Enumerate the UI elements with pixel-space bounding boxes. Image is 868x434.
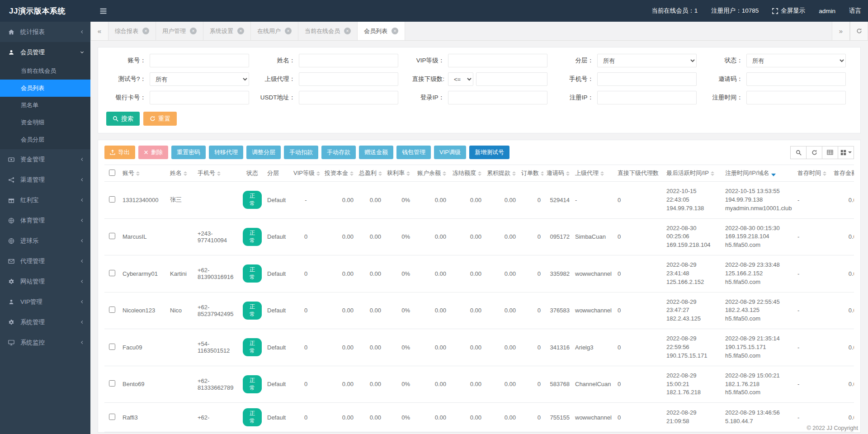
sidebar-item-site-management[interactable]: 网站管理 bbox=[0, 271, 90, 292]
test-account-select[interactable]: 所有 bbox=[150, 72, 249, 86]
column-header[interactable]: 冻结额度 bbox=[449, 165, 484, 182]
tabs-scroll-left-button[interactable]: « bbox=[90, 22, 108, 40]
sort-icon[interactable] bbox=[711, 171, 714, 176]
reset-button[interactable]: 重置 bbox=[143, 112, 177, 126]
row-checkbox[interactable] bbox=[109, 380, 115, 387]
row-checkbox[interactable] bbox=[109, 270, 115, 276]
vip-level-input[interactable] bbox=[448, 54, 547, 67]
tab-close-icon[interactable]: × bbox=[285, 28, 292, 34]
transfer-agent-button[interactable]: 转移代理 bbox=[209, 146, 243, 159]
export-button[interactable]: 导出 bbox=[104, 146, 135, 159]
tab-system-settings[interactable]: 系统设置× bbox=[203, 22, 251, 40]
sidebar-item-agent-management[interactable]: 代理管理 bbox=[0, 251, 90, 271]
column-header[interactable]: 投资本金 bbox=[321, 165, 356, 182]
sidebar-item-stats-report[interactable]: 统计报表 bbox=[0, 22, 90, 42]
tab-online-users[interactable]: 在线用户× bbox=[251, 22, 298, 40]
phone-input[interactable] bbox=[597, 72, 697, 86]
sort-icon[interactable] bbox=[478, 171, 481, 176]
account-input[interactable] bbox=[150, 54, 249, 67]
sidebar-item-sports-management[interactable]: 体育管理 bbox=[0, 210, 90, 231]
delete-button[interactable]: 删除 bbox=[138, 146, 168, 159]
column-header[interactable]: 最后活跃时间/IP bbox=[664, 165, 722, 182]
sort-icon[interactable] bbox=[823, 171, 826, 176]
usdt-address-input[interactable] bbox=[299, 91, 398, 104]
column-header[interactable]: 首存金额 bbox=[831, 165, 854, 182]
table-view-button[interactable] bbox=[822, 146, 838, 159]
column-header[interactable]: 首存时间 bbox=[795, 165, 831, 182]
tab-member-list[interactable]: 会员列表× bbox=[358, 22, 405, 40]
sidebar-item-member-management[interactable]: 会员管理 bbox=[0, 42, 90, 62]
tab-close-icon[interactable]: × bbox=[190, 28, 197, 34]
sort-icon[interactable] bbox=[184, 171, 187, 176]
column-header[interactable]: 总盈利 bbox=[356, 165, 384, 182]
vip-adjust-button[interactable]: VIP调级 bbox=[434, 146, 466, 159]
column-header[interactable]: 订单数 bbox=[519, 165, 543, 182]
sort-icon[interactable] bbox=[512, 171, 516, 176]
sidebar-item-system-management[interactable]: 系统管理 bbox=[0, 312, 90, 332]
cell-account[interactable]: Facu09 bbox=[120, 329, 167, 366]
select-all-checkbox[interactable] bbox=[109, 170, 115, 176]
search-button[interactable]: 搜索 bbox=[106, 112, 140, 126]
cell-account[interactable]: 13312340000 bbox=[120, 182, 167, 219]
tab-close-icon[interactable]: × bbox=[344, 28, 351, 34]
tab-comprehensive-report[interactable]: 综合报表× bbox=[108, 22, 156, 40]
sidebar-item-channel-management[interactable]: 渠道管理 bbox=[0, 170, 90, 190]
row-checkbox[interactable] bbox=[109, 307, 115, 313]
column-header[interactable]: 手机号 bbox=[195, 165, 240, 182]
column-header[interactable]: 姓名 bbox=[167, 165, 195, 182]
sidebar-item-goal-fun[interactable]: 进球乐 bbox=[0, 231, 90, 251]
table-search-button[interactable] bbox=[790, 146, 807, 159]
language-menu[interactable]: 语言 bbox=[842, 0, 868, 22]
tab-user-management[interactable]: 用户管理× bbox=[156, 22, 203, 40]
tabs-scroll-right-button[interactable]: » bbox=[832, 22, 850, 40]
cell-account[interactable]: MarcusIL bbox=[120, 218, 167, 255]
register-ip-input[interactable] bbox=[597, 91, 697, 104]
cell-account[interactable]: Nicoleon123 bbox=[120, 292, 167, 329]
layer-select[interactable]: 所有 bbox=[597, 54, 697, 67]
column-header[interactable]: 注册时间/IP/域名 bbox=[722, 165, 795, 182]
column-header[interactable]: 账号 bbox=[120, 165, 167, 182]
sidebar-subitem-current-online-members[interactable]: 当前在线会员 bbox=[0, 62, 90, 80]
sort-icon[interactable] bbox=[217, 171, 221, 176]
sort-icon[interactable] bbox=[771, 171, 776, 176]
sidebar-item-vip-management[interactable]: VIP管理 bbox=[0, 292, 90, 312]
sidebar-subitem-member-list[interactable]: 会员列表 bbox=[0, 80, 90, 97]
columns-toggle-button[interactable] bbox=[838, 146, 854, 159]
name-input[interactable] bbox=[299, 54, 398, 67]
wallet-manage-button[interactable]: 钱包管理 bbox=[396, 146, 431, 159]
tabs-refresh-button[interactable] bbox=[850, 22, 868, 40]
column-header[interactable]: 邀请码 bbox=[543, 165, 572, 182]
reset-password-button[interactable]: 重置密码 bbox=[171, 146, 206, 159]
tab-close-icon[interactable]: × bbox=[237, 28, 244, 34]
sidebar-subitem-fund-details[interactable]: 资金明细 bbox=[0, 114, 90, 131]
sort-icon[interactable] bbox=[541, 171, 543, 176]
sidebar-subitem-member-layers[interactable]: 会员分层 bbox=[0, 131, 90, 148]
cell-account[interactable]: Raffi3 bbox=[120, 403, 167, 432]
column-header[interactable]: 账户余额 bbox=[413, 165, 449, 182]
row-checkbox[interactable] bbox=[109, 233, 115, 239]
sidebar-item-bonus-treasure[interactable]: 红利宝 bbox=[0, 190, 90, 210]
gift-amount-button[interactable]: 赠送金额 bbox=[359, 146, 393, 159]
sidebar-toggle-button[interactable] bbox=[90, 0, 116, 22]
row-checkbox[interactable] bbox=[109, 196, 115, 203]
admin-menu[interactable]: admin bbox=[812, 0, 842, 22]
sort-icon[interactable] bbox=[316, 171, 320, 176]
column-header[interactable]: 累积提款 bbox=[484, 165, 519, 182]
tab-close-icon[interactable]: × bbox=[142, 28, 149, 34]
cell-account[interactable]: Bento69 bbox=[120, 366, 167, 403]
column-header[interactable]: 获利率 bbox=[384, 165, 413, 182]
bank-card-input[interactable] bbox=[150, 91, 249, 104]
login-ip-input[interactable] bbox=[448, 91, 547, 104]
sidebar-item-fund-management[interactable]: 资金管理 bbox=[0, 149, 90, 170]
column-header[interactable]: 上级代理 bbox=[572, 165, 615, 182]
table-refresh-button[interactable] bbox=[806, 146, 822, 159]
cell-account[interactable]: Cyberarmy01 bbox=[120, 255, 167, 292]
adjust-layer-button[interactable]: 调整分层 bbox=[246, 146, 281, 159]
tab-current-online-members[interactable]: 当前在线会员× bbox=[298, 22, 358, 40]
column-header[interactable]: VIP等级 bbox=[291, 165, 321, 182]
add-test-account-button[interactable]: 新增测试号 bbox=[469, 146, 509, 159]
direct-subordinates-operator-select[interactable]: <= bbox=[448, 72, 473, 86]
invite-code-input[interactable] bbox=[746, 72, 846, 86]
fullscreen-button[interactable]: 全屏显示 bbox=[765, 0, 812, 22]
manual-deduct-button[interactable]: 手动扣款 bbox=[284, 146, 318, 159]
